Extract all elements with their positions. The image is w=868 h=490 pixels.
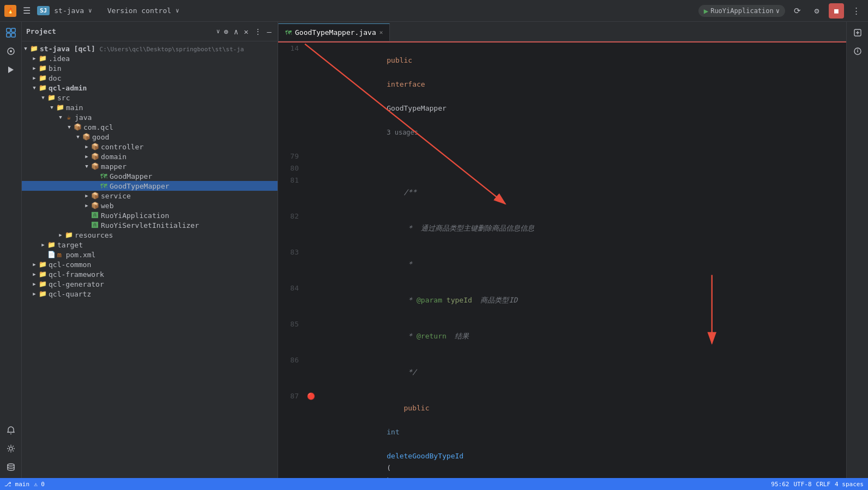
svg-point-19 [857,49,858,50]
line-number: 84 [278,282,305,318]
status-line-col[interactable]: 95:62 [771,481,789,488]
tree-item-good[interactable]: ▼ 📦 good [22,132,278,142]
settings-icon[interactable]: ⚙ [809,3,824,19]
settings-gear-icon[interactable] [2,440,20,457]
bookmarks-icon[interactable] [2,43,20,60]
sidebar-title-arrow[interactable]: ∨ [216,28,220,35]
tree-item-idea[interactable]: ▶ 📁 .idea [22,53,278,63]
tree-item-qcl-generator[interactable]: ▶ 📁 qcl-generator [22,279,278,289]
more-options-icon[interactable]: ⋮ [848,3,864,19]
line-content: * 通过商品类型主键删除商品信息信息 [316,210,846,246]
notifications-icon[interactable] [2,421,20,439]
svg-rect-2 [7,33,10,37]
tree-label-domain: domain [101,153,126,161]
run-tool-icon[interactable] [2,61,20,78]
tree-item-doc[interactable]: ▶ 📁 doc [22,73,278,83]
tree-arrow-controller: ▶ [83,143,91,150]
right-icon-1[interactable] [849,24,866,41]
table-row: 86 */ [278,354,846,390]
status-indent[interactable]: 4 spaces [835,481,864,488]
tree-item-qcl-common[interactable]: ▶ 📁 qcl-common [22,259,278,269]
tree-item-qcl-admin[interactable]: ▼ 📁 qcl-admin [22,83,278,93]
right-iconbar [846,22,868,478]
line-number: 83 [278,246,305,282]
stop-button[interactable]: ■ [829,3,844,19]
code-editor[interactable]: 14 public interface GoodTypeMapper 3 usa… [278,41,846,478]
status-encoding[interactable]: UTF-8 [793,481,811,488]
tree-item-qcl-framework[interactable]: ▶ 📁 qcl-framework [22,269,278,279]
line-number: 81 [278,174,305,210]
tree-item-java[interactable]: ▼ ☕ java [22,112,278,122]
status-crlf[interactable]: CRLF [816,481,831,488]
line-gutter: 🔴 [305,390,316,478]
run-icon: ▶ [704,7,708,15]
tree-label-com-qcl: com.qcl [83,123,113,131]
database-icon[interactable] [2,458,20,476]
version-control[interactable]: Version control [107,7,171,15]
tab-close-icon[interactable]: ✕ [379,29,383,36]
folder-icon-main: 📁 [56,103,64,112]
interface-name: GoodTypeMapper [387,104,447,112]
tree-item-ruoyi-app[interactable]: 🅰 RuoYiApplication [22,210,278,220]
hamburger-menu[interactable]: ☰ [21,4,33,17]
tree-arrow-idea: ▶ [31,55,38,62]
right-icon-2[interactable] [849,43,866,60]
xml-icon-pom: 📄 [47,250,56,259]
tree-item-src[interactable]: ▼ 📁 src [22,93,278,102]
tree-item-pom[interactable]: 📄 m pom.xml [22,250,278,259]
folder-icon-qcl-quartz: 📁 [38,289,47,298]
mapper-icon-good: 🗺 [99,172,108,180]
tree-label-qcl-admin: qcl-admin [49,84,87,92]
folder-icon-qcl-framework: 📁 [38,270,47,279]
folder-icon-com-qcl: 📦 [73,123,82,131]
sidebar-collapse-icon[interactable]: ∧ [232,26,240,37]
tree-item-resources[interactable]: ▶ 📁 resources [22,230,278,240]
tree-item-service[interactable]: ▶ 📦 service [22,191,278,201]
tree-item-bin[interactable]: ▶ 📁 bin [22,63,278,73]
line-content: * @return 结果 [316,318,846,354]
table-row: 14 public interface GoodTypeMapper 3 usa… [278,42,846,150]
tree-item-controller[interactable]: ▶ 📦 controller [22,142,278,152]
tree-item-web[interactable]: ▶ 📦 web [22,201,278,210]
tree-item-domain[interactable]: ▶ 📦 domain [22,152,278,161]
settings-sync-icon[interactable]: ⟳ [789,3,805,19]
tree-item-goodmapper[interactable]: 🗺 GoodMapper [22,171,278,181]
line-gutter [305,174,316,210]
tree-item-goodtypemapper[interactable]: 🗺 GoodTypeMapper [22,181,278,191]
status-git[interactable]: ⎇ main [4,481,29,488]
tree-arrow-bin: ▶ [31,64,38,72]
code-table: 14 public interface GoodTypeMapper 3 usa… [278,41,846,478]
folder-icon-doc: 📁 [38,74,47,82]
vc-dropdown-arrow[interactable]: ∨ [176,7,179,14]
topbar-left: 🔥 ☰ SJ st-java ∨ Version control ∨ [4,4,698,17]
sidebar-close-icon[interactable]: ✕ [242,26,250,37]
line-gutter [305,210,316,246]
tree-arrow-doc: ▶ [31,74,38,82]
usages-count: 3 usages [387,129,418,136]
tree-item-qcl-quartz[interactable]: ▶ 📁 qcl-quartz [22,289,278,299]
project-tool-icon[interactable] [2,24,20,41]
tree-item-ruoyi-servlet[interactable]: 🅰 RuoYiServletInitializer [22,220,278,230]
sidebar-header: Project ∨ ⊕ ∧ ✕ ⋮ — [22,22,278,41]
sidebar-localize-icon[interactable]: ⊕ [222,26,230,37]
tree-item-main[interactable]: ▼ 📁 main [22,102,278,112]
table-row: 84 * @param typeId 商品类型ID [278,282,846,318]
svg-point-8 [9,447,13,450]
project-name[interactable]: st-java [54,7,84,15]
tree-item-com-qcl[interactable]: ▼ 📦 com.qcl [22,122,278,132]
tree-item-mapper[interactable]: ▼ 📦 mapper [22,161,278,171]
run-config-name: RuoYiApplication [710,7,774,15]
tree-item-target[interactable]: ▶ 📁 target [22,240,278,250]
folder-icon-good: 📦 [82,132,91,141]
project-dropdown-arrow[interactable]: ∨ [88,7,92,14]
sidebar-options-icon[interactable]: ⋮ [252,26,263,37]
folder-icon-domain: 📦 [91,152,99,161]
tree-arrow-goodmapper [92,172,99,180]
tab-goodtypemapper[interactable]: 🗺 GoodTypeMapper.java ✕ [278,23,390,41]
sidebar-minimize-icon[interactable]: — [266,26,273,37]
status-warnings[interactable]: ⚠ 0 [34,481,45,488]
tree-label-root: st-java [qcl] C:\Users\qcl\Desktop\sprin… [40,45,244,53]
run-configuration[interactable]: ▶ RuoYiApplication ∨ [698,5,785,17]
tree-item-root[interactable]: ▼ 📁 st-java [qcl] C:\Users\qcl\Desktop\s… [22,44,278,53]
topbar: 🔥 ☰ SJ st-java ∨ Version control ∨ ▶ Ruo… [0,0,868,22]
